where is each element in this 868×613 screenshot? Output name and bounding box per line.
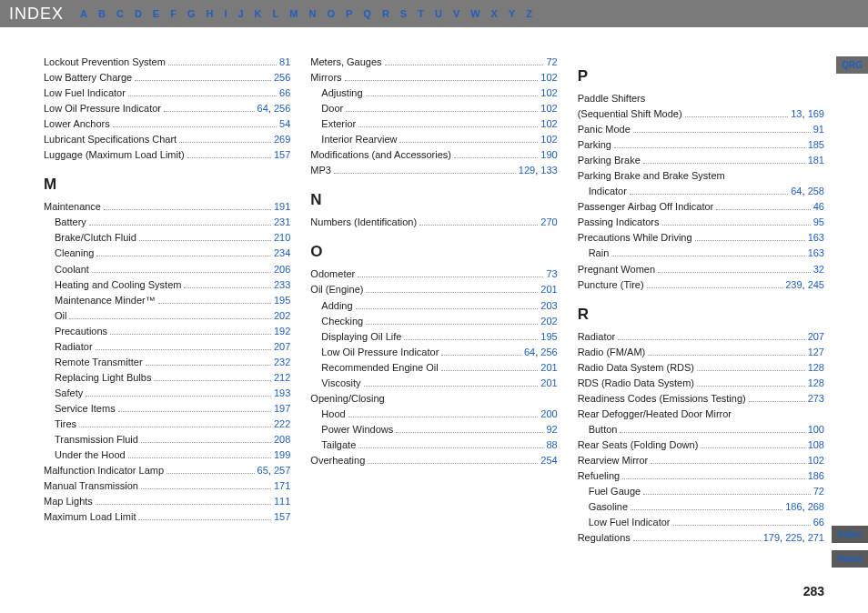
alpha-c[interactable]: C (116, 8, 124, 19)
tab-qrg[interactable]: QRG (836, 56, 868, 74)
page-links[interactable]: 129, 133 (519, 163, 558, 178)
page-links[interactable]: 81 (279, 55, 290, 70)
page-links[interactable]: 256 (274, 70, 290, 85)
page-links[interactable]: 231 (274, 215, 290, 230)
page-links[interactable]: 64, 256 (524, 345, 558, 360)
alpha-i[interactable]: I (224, 8, 227, 19)
page-links[interactable]: 72 (813, 484, 824, 499)
page-links[interactable]: 270 (540, 215, 557, 230)
alpha-t[interactable]: T (418, 8, 424, 19)
alpha-g[interactable]: G (187, 8, 196, 19)
page-links[interactable]: 232 (274, 355, 290, 370)
page-links[interactable]: 102 (540, 101, 557, 116)
page-links[interactable]: 100 (808, 422, 824, 437)
page-links[interactable]: 200 (540, 407, 557, 422)
page-links[interactable]: 65, 257 (257, 463, 291, 478)
page-links[interactable]: 201 (540, 360, 557, 376)
page-links[interactable]: 128 (808, 376, 824, 391)
page-links[interactable]: 13, 169 (791, 106, 824, 122)
page-links[interactable]: 102 (540, 132, 557, 147)
page-links[interactable]: 66 (813, 515, 824, 530)
page-links[interactable]: 201 (540, 376, 557, 391)
page-links[interactable]: 202 (274, 308, 290, 324)
alpha-v[interactable]: V (453, 8, 459, 19)
page-links[interactable]: 92 (546, 422, 557, 437)
page-links[interactable]: 179, 225, 271 (763, 530, 824, 546)
page-links[interactable]: 91 (813, 122, 824, 137)
page-links[interactable]: 197 (274, 401, 290, 417)
page-links[interactable]: 202 (540, 314, 557, 329)
page-links[interactable]: 157 (274, 147, 290, 163)
alpha-k[interactable]: K (255, 8, 262, 19)
page-links[interactable]: 239, 245 (785, 277, 824, 293)
page-links[interactable]: 210 (274, 230, 290, 246)
alpha-o[interactable]: O (327, 8, 335, 19)
page-links[interactable]: 64, 258 (791, 184, 824, 199)
alpha-h[interactable]: H (206, 8, 213, 19)
page-links[interactable]: 88 (546, 437, 557, 453)
page-links[interactable]: 190 (540, 147, 557, 163)
page-links[interactable]: 157 (274, 509, 290, 525)
tab-index[interactable]: Index (832, 526, 868, 543)
page-links[interactable]: 163 (808, 230, 824, 246)
page-links[interactable]: 102 (808, 453, 824, 468)
page-links[interactable]: 111 (274, 494, 290, 509)
alpha-m[interactable]: M (289, 8, 298, 19)
page-links[interactable]: 66 (279, 85, 290, 101)
page-links[interactable]: 64, 256 (257, 101, 291, 116)
alpha-b[interactable]: B (98, 8, 106, 19)
alpha-s[interactable]: S (400, 8, 407, 19)
tab-home[interactable]: Home (832, 550, 868, 568)
alpha-q[interactable]: Q (363, 8, 371, 19)
page-links[interactable]: 273 (808, 391, 824, 407)
page-links[interactable]: 95 (813, 215, 824, 230)
alpha-u[interactable]: U (435, 8, 442, 19)
page-links[interactable]: 171 (274, 478, 290, 494)
page-links[interactable]: 191 (274, 199, 290, 215)
alpha-w[interactable]: W (470, 8, 479, 19)
page-links[interactable]: 186, 268 (785, 499, 824, 515)
alpha-d[interactable]: D (135, 8, 142, 19)
page-links[interactable]: 72 (546, 55, 557, 70)
page-links[interactable]: 269 (274, 132, 290, 147)
page-links[interactable]: 73 (546, 266, 557, 282)
page-links[interactable]: 186 (808, 468, 824, 484)
alpha-p[interactable]: P (346, 8, 352, 19)
page-links[interactable]: 185 (808, 137, 824, 153)
page-links[interactable]: 212 (274, 370, 290, 386)
page-links[interactable]: 102 (540, 85, 557, 101)
page-links[interactable]: 207 (274, 339, 290, 355)
page-links[interactable]: 208 (274, 432, 290, 447)
alpha-a[interactable]: A (80, 8, 87, 19)
page-links[interactable]: 181 (808, 153, 824, 168)
page-links[interactable]: 195 (540, 329, 557, 345)
alpha-r[interactable]: R (382, 8, 389, 19)
page-links[interactable]: 102 (540, 70, 557, 85)
page-links[interactable]: 127 (808, 345, 824, 360)
alpha-x[interactable]: X (491, 8, 498, 19)
alpha-z[interactable]: Z (526, 8, 532, 19)
page-links[interactable]: 46 (813, 199, 824, 215)
alpha-f[interactable]: F (170, 8, 177, 19)
page-links[interactable]: 54 (279, 116, 290, 132)
page-links[interactable]: 206 (274, 262, 290, 277)
page-links[interactable]: 207 (808, 329, 824, 345)
alpha-l[interactable]: L (273, 8, 279, 19)
alpha-j[interactable]: J (237, 8, 243, 19)
page-links[interactable]: 163 (808, 246, 824, 261)
page-links[interactable]: 193 (274, 386, 290, 401)
alpha-n[interactable]: N (308, 8, 316, 19)
alpha-y[interactable]: Y (509, 8, 515, 19)
page-links[interactable]: 254 (540, 453, 557, 468)
page-links[interactable]: 32 (813, 262, 824, 277)
page-links[interactable]: 195 (274, 293, 290, 308)
page-links[interactable]: 199 (274, 447, 290, 463)
alpha-e[interactable]: E (153, 8, 159, 19)
page-links[interactable]: 102 (540, 116, 557, 132)
page-links[interactable]: 201 (540, 282, 557, 297)
page-links[interactable]: 233 (274, 277, 290, 293)
page-links[interactable]: 108 (808, 437, 824, 453)
page-links[interactable]: 234 (274, 246, 290, 261)
page-links[interactable]: 192 (274, 324, 290, 339)
page-links[interactable]: 203 (540, 298, 557, 314)
